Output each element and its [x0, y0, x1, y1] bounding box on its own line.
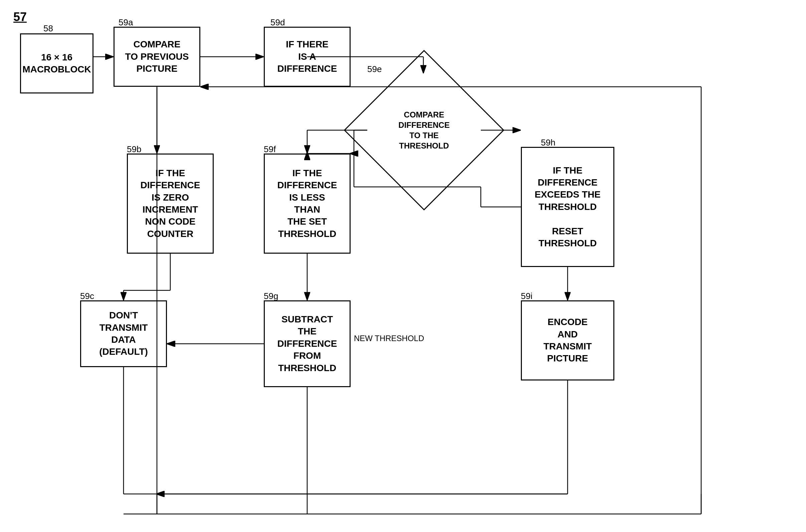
node-59g: SUBTRACT THE DIFFERENCE FROM THRESHOLD — [264, 300, 351, 387]
label-59d: 59d — [270, 17, 285, 28]
figure-label: 57 — [13, 10, 27, 24]
new-threshold-label: NEW THRESHOLD — [354, 334, 424, 343]
diagram-container: 57 16 × 16 MACROBLOCK 58 COMPARE TO PREV… — [0, 0, 806, 532]
node-59i: ENCODE AND TRANSMIT PICTURE — [521, 300, 614, 380]
label-59b: 59b — [127, 144, 141, 154]
node-59c: DON'T TRANSMIT DATA (DEFAULT) — [80, 300, 167, 367]
label-59h: 59h — [541, 137, 555, 148]
node-58: 16 × 16 MACROBLOCK — [20, 33, 93, 93]
node-59e: COMPARE DIFFERENCE TO THE THRESHOLD — [367, 73, 481, 187]
label-59g: 59g — [264, 291, 278, 301]
node-59d: IF THERE IS A DIFFERENCE — [264, 27, 351, 87]
label-59e: 59e — [367, 64, 382, 74]
node-59f: IF THE DIFFERENCE IS LESS THAN THE SET T… — [264, 153, 351, 254]
label-59c: 59c — [80, 291, 94, 301]
node-59b: IF THE DIFFERENCE IS ZERO INCREMENT NON … — [127, 153, 214, 254]
node-59a: COMPARE TO PREVIOUS PICTURE — [114, 27, 200, 87]
label-59i: 59i — [521, 291, 532, 301]
label-59a: 59a — [118, 17, 133, 28]
label-59f: 59f — [264, 144, 276, 154]
label-58: 58 — [43, 23, 53, 34]
node-59h: IF THE DIFFERENCE EXCEEDS THE THRESHOLD … — [521, 147, 614, 267]
